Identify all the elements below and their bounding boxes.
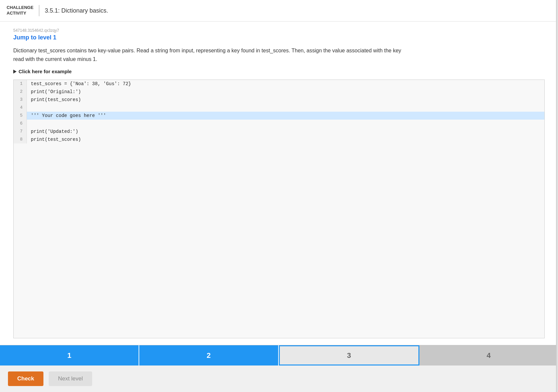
- example-toggle[interactable]: Click here for example: [13, 69, 545, 74]
- code-line-3: 3print(test_scores): [14, 96, 544, 104]
- line-number-5: 5: [14, 112, 27, 120]
- triangle-icon: [13, 70, 17, 74]
- line-content-7: print('Updated:'): [27, 128, 544, 136]
- code-line-8: 8print(test_scores): [14, 136, 544, 143]
- next-level-button[interactable]: Next level: [49, 371, 92, 386]
- code-line-1: 1test_scores = {'Noa': 38, 'Gus': 72}: [14, 80, 544, 88]
- check-button[interactable]: Check: [8, 371, 43, 386]
- line-content-8: print(test_scores): [27, 136, 544, 143]
- line-content-6: [27, 120, 544, 128]
- bottom-section: 1234 Check Next level: [0, 345, 558, 392]
- main-content: 547148.3154642.qx3zqy7 Jump to level 1 D…: [0, 22, 558, 345]
- line-number-7: 7: [14, 128, 27, 136]
- jump-to-level-link[interactable]: Jump to level 1: [13, 34, 545, 41]
- code-line-7: 7print('Updated:'): [14, 128, 544, 136]
- line-content-1: test_scores = {'Noa': 38, 'Gus': 72}: [27, 80, 544, 88]
- right-border: [556, 0, 558, 392]
- level-item-2[interactable]: 2: [139, 345, 279, 365]
- level-item-1[interactable]: 1: [0, 345, 139, 365]
- page-header: CHALLENGE ACTIVITY 3.5.1: Dictionary bas…: [0, 0, 558, 22]
- line-number-8: 8: [14, 136, 27, 143]
- line-number-4: 4: [14, 104, 27, 112]
- code-line-6: 6: [14, 120, 544, 128]
- code-editor[interactable]: 1test_scores = {'Noa': 38, 'Gus': 72}2pr…: [13, 80, 545, 338]
- action-bar: Check Next level: [0, 365, 558, 392]
- challenge-activity-badge: CHALLENGE ACTIVITY: [7, 5, 39, 16]
- line-number-3: 3: [14, 96, 27, 104]
- line-content-5: ''' Your code goes here ''': [27, 112, 544, 120]
- line-number-6: 6: [14, 120, 27, 128]
- line-number-2: 2: [14, 88, 27, 96]
- line-content-3: print(test_scores): [27, 96, 544, 104]
- level-item-4[interactable]: 4: [419, 345, 558, 365]
- session-id: 547148.3154642.qx3zqy7: [13, 28, 545, 33]
- level-item-3[interactable]: 3: [279, 345, 419, 365]
- line-content-4: [27, 104, 544, 112]
- code-line-4: 4: [14, 104, 544, 112]
- code-line-5: 5''' Your code goes here ''': [14, 112, 544, 120]
- code-line-2: 2print('Original:'): [14, 88, 544, 96]
- level-bar: 1234: [0, 345, 558, 365]
- line-number-1: 1: [14, 80, 27, 88]
- line-content-2: print('Original:'): [27, 88, 544, 96]
- header-left: CHALLENGE ACTIVITY 3.5.1: Dictionary bas…: [7, 5, 108, 16]
- example-toggle-label: Click here for example: [19, 69, 72, 74]
- activity-title: 3.5.1: Dictionary basics.: [39, 7, 108, 14]
- description-text: Dictionary test_scores contains two key-…: [13, 46, 411, 63]
